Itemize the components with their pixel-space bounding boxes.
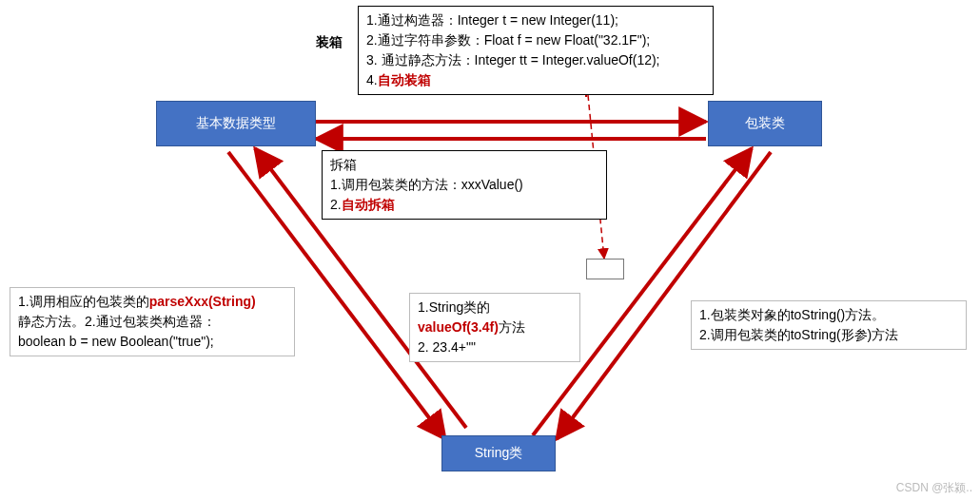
stp-l2: 静态方法。2.通过包装类构造器：: [18, 312, 286, 332]
boxing-l2: 2.通过字符串参数：Float f = new Float("32.1F");: [366, 30, 705, 50]
node-string-label: String类: [475, 445, 523, 462]
wrapper-to-string-box: 1.包装类对象的toString()方法。 2.调用包装类的toString(形…: [691, 300, 967, 350]
small-placeholder-box: [586, 259, 624, 279]
boxing-l4: 4.自动装箱: [366, 70, 705, 90]
boxing-box: 1.通过构造器：Integer t = new Integer(11); 2.通…: [358, 6, 714, 95]
string-to-primitive-box: 1.调用相应的包装类的parseXxx(String) 静态方法。2.通过包装类…: [10, 287, 295, 356]
node-primitive-label: 基本数据类型: [196, 115, 276, 132]
node-wrapper: 包装类: [708, 101, 822, 146]
pts-l1: 1.String类的: [418, 298, 572, 317]
node-primitive: 基本数据类型: [156, 101, 316, 146]
unboxing-l3: 2.自动拆箱: [330, 195, 598, 215]
boxing-title: 装箱: [316, 34, 343, 51]
node-string: String类: [441, 435, 556, 471]
pts-l3: 2. 23.4+"": [418, 337, 572, 357]
stp-l1: 1.调用相应的包装类的parseXxx(String): [18, 292, 286, 312]
unboxing-l2: 1.调用包装类的方法：xxxValue(): [330, 175, 598, 195]
unboxing-l1: 拆箱: [330, 155, 598, 175]
wts-l2: 2.调用包装类的toString(形参)方法: [699, 325, 958, 345]
boxing-l3: 3. 通过静态方法：Integer tt = Integer.valueOf(1…: [366, 50, 705, 70]
watermark: CSDN @张颍..: [896, 480, 972, 496]
stp-l3: boolean b = new Boolean("true");: [18, 332, 286, 352]
boxing-l1: 1.通过构造器：Integer t = new Integer(11);: [366, 10, 705, 30]
pts-l2: valueOf(3.4f)方法: [418, 317, 572, 337]
primitive-to-string-box: 1.String类的 valueOf(3.4f)方法 2. 23.4+"": [409, 293, 580, 362]
node-wrapper-label: 包装类: [745, 115, 785, 132]
unboxing-box: 拆箱 1.调用包装类的方法：xxxValue() 2.自动拆箱: [322, 150, 607, 220]
wts-l1: 1.包装类对象的toString()方法。: [699, 305, 958, 325]
